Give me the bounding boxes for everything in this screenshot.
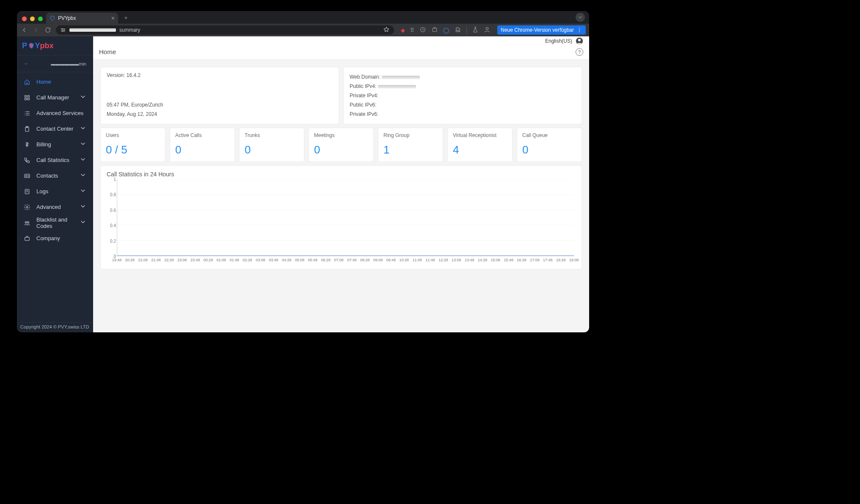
group-icon: [24, 219, 30, 226]
maximize-window-icon[interactable]: [38, 16, 43, 21]
x-tick-label: 04:28: [282, 258, 292, 262]
browser-tab[interactable]: PVYpbx ×: [46, 13, 118, 24]
x-tick-label: 21:08: [138, 258, 148, 262]
bookmark-star-icon[interactable]: [383, 26, 390, 34]
stat-card-trunks: Trunks 0: [240, 128, 304, 162]
close-tab-icon[interactable]: ×: [111, 15, 115, 22]
home-icon: [24, 79, 30, 85]
net-row: Private IPv4:: [350, 91, 576, 100]
y-tick-label: 0.6: [110, 208, 116, 212]
y-tick-label: 1: [113, 177, 116, 182]
svg-point-8: [579, 31, 580, 32]
window-controls: [20, 16, 46, 24]
sidebar-item-call-statistics[interactable]: Call Statistics: [17, 152, 93, 168]
sidebar-item-blacklist-and-codes[interactable]: Blacklist and Codes: [17, 215, 93, 230]
stat-value: 0: [245, 143, 299, 156]
sidebar-item-label: Contacts: [36, 173, 58, 179]
ext-icon-1[interactable]: ◆: [401, 27, 405, 33]
svg-rect-9: [25, 95, 27, 97]
stat-label: Active Calls: [175, 132, 229, 138]
x-tick-label: 12:28: [438, 258, 448, 262]
new-tab-button[interactable]: ＋: [121, 13, 131, 23]
network-info-card: Web Domain: Public IPv4: Private IPv4: P…: [344, 67, 582, 124]
site-settings-icon[interactable]: [60, 27, 66, 33]
svg-rect-15: [25, 174, 30, 178]
svg-rect-4: [433, 28, 437, 31]
x-tick-label: 20:28: [125, 258, 135, 262]
stat-card-active-calls: Active Calls 0: [170, 128, 234, 162]
stat-card-meetings: Meetings 0: [309, 128, 373, 162]
toolbar: summary ◆ ⠿ ◯ Neue Chrome-Version verfüg…: [17, 24, 589, 36]
sidebar-item-label: Advanced: [36, 204, 61, 210]
ext-icon-2[interactable]: ⠿: [410, 27, 414, 33]
reload-button[interactable]: [44, 26, 52, 34]
avatar-icon[interactable]: [576, 37, 583, 45]
dollar-icon: [24, 141, 30, 148]
net-label: Web Domain:: [350, 74, 380, 80]
page-title: Home: [99, 48, 116, 55]
forward-button[interactable]: [32, 26, 40, 34]
chevron-down-icon: [80, 156, 86, 164]
language-selector[interactable]: English(US): [545, 38, 572, 44]
sidebar-item-call-manager[interactable]: Call Manager: [17, 90, 93, 105]
x-tick-label: 13:48: [465, 258, 474, 262]
tenant-selector[interactable]: ▬▬▬▬▬▬min: [17, 55, 93, 72]
x-tick-label: 07:48: [347, 258, 357, 262]
url-path: summary: [119, 27, 140, 33]
kebab-menu-icon[interactable]: [576, 27, 582, 33]
tab-strip: PVYpbx × ＋: [17, 11, 589, 24]
sidebar-item-home[interactable]: Home: [17, 74, 93, 90]
ext-icon-5[interactable]: ◯: [443, 27, 449, 33]
x-tick-label: 16:28: [517, 258, 526, 262]
version-label: Version:: [107, 72, 125, 78]
stat-value: 0: [314, 143, 368, 156]
x-tick-label: 01:08: [217, 258, 226, 262]
svg-rect-11: [25, 98, 27, 100]
chart-series-line: [117, 255, 574, 256]
x-tick-label: 09:08: [373, 258, 383, 262]
chart-card: Call Statistics in 24 Hours 00.20.40.60.…: [101, 166, 582, 269]
profile-icon[interactable]: [484, 26, 491, 34]
chevron-down-icon: [80, 219, 86, 227]
stat-value: 0: [522, 143, 576, 156]
address-bar[interactable]: summary: [56, 25, 394, 35]
help-icon[interactable]: ?: [576, 48, 583, 56]
x-tick-label: 13:08: [452, 258, 461, 262]
svg-rect-17: [25, 189, 29, 194]
sidebar-item-advanced-services[interactable]: Advanced Services: [17, 105, 93, 121]
tab-overflow-button[interactable]: [576, 13, 585, 22]
back-button[interactable]: [20, 26, 28, 34]
sidebar-item-logs[interactable]: Logs: [17, 184, 93, 199]
stat-value: 0 / 5: [106, 143, 160, 156]
separator: [466, 26, 467, 34]
minimize-window-icon[interactable]: [30, 16, 35, 21]
chrome-update-banner[interactable]: Neue Chrome-Version verfügbar: [497, 25, 586, 35]
sidebar-item-label: Billing: [36, 141, 51, 148]
ext-icon-4[interactable]: [431, 26, 438, 34]
sidebar-item-billing[interactable]: Billing: [17, 137, 93, 152]
svg-point-5: [486, 27, 488, 29]
sidebar-item-advanced[interactable]: Advanced: [17, 199, 93, 215]
x-tick-label: 21:48: [151, 258, 161, 262]
favicon-shield-icon: [50, 15, 55, 21]
list-icon: [24, 110, 30, 117]
extensions-puzzle-icon[interactable]: [455, 26, 461, 34]
page-header: Home ?: [93, 44, 589, 60]
sidebar-item-label: Home: [36, 79, 51, 85]
briefcase-icon: [24, 235, 30, 242]
clipboard-icon: [24, 126, 30, 132]
chevron-down-icon: [80, 203, 86, 211]
sidebar-item-contacts[interactable]: Contacts: [17, 168, 93, 184]
close-window-icon[interactable]: [22, 16, 27, 21]
extension-icons: ◆ ⠿ ◯: [398, 26, 493, 34]
x-tick-label: 19:48: [112, 258, 122, 262]
svg-point-23: [578, 39, 581, 41]
sidebar-item-contact-center[interactable]: Contact Center: [17, 121, 93, 137]
sidebar-item-company[interactable]: Company: [17, 230, 93, 246]
ext-icon-3[interactable]: [419, 26, 426, 34]
sidebar-item-label: Blacklist and Codes: [36, 216, 74, 229]
x-tick-label: 10:28: [400, 258, 409, 262]
content-area: English(US) Home ? Version: 16.4.2: [93, 36, 589, 332]
svg-point-20: [28, 221, 29, 223]
labs-flask-icon[interactable]: [472, 26, 479, 34]
